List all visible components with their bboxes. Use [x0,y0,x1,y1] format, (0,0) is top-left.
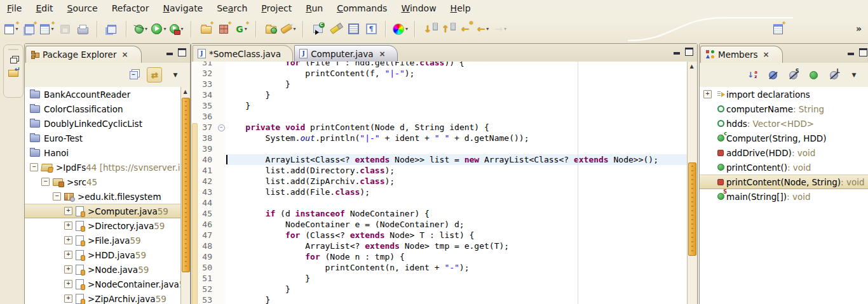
dropdown-arrow-icon[interactable]: ▾ [405,26,408,32]
expander-icon[interactable]: + [64,251,72,259]
code-line[interactable]: list.add(Directory.class); [226,165,688,176]
next-annotation-icon[interactable]: ↓▾ [422,20,437,38]
code-line[interactable]: if (d instanceof NodeContainer) { [226,208,688,219]
new-package-icon[interactable]: ✦ [216,20,231,38]
package-explorer-tab[interactable]: Package Explorer × [25,46,142,63]
code-line[interactable] [226,111,688,122]
annotation-ruler[interactable] [191,62,198,304]
scroll-up-icon[interactable]: ▲ [688,62,696,71]
tree-item-hdd-java[interactable]: +> HDD.java 59 [25,248,180,262]
dropdown-arrow-icon[interactable]: ▾ [51,26,53,32]
color-wheel-icon[interactable]: ▾ [393,20,408,38]
code-line[interactable] [226,197,688,208]
show-selected-element-icon[interactable] [346,20,361,38]
member-adddrive-hdd-[interactable]: addDrive(HDD) : void [700,145,868,160]
maximize-icon[interactable] [685,48,693,56]
code-line[interactable]: } [226,273,688,284]
code-line[interactable]: ArrayList<? extends Node> tmp = e.get(T)… [226,241,688,251]
code-line[interactable]: list.add(File.class); [226,187,688,197]
run-last-tool-icon[interactable] [310,20,325,38]
menu-window[interactable]: Window [394,2,443,15]
expander-icon[interactable]: − [30,163,38,171]
code-line[interactable]: ArrayList<Class<? extends Node>> list = … [226,154,688,165]
code-line[interactable]: for (File f : hdd.get(File.class)) { [226,62,688,68]
menu-navigate[interactable]: Navigate [156,2,210,15]
member-printcontent-[interactable]: printContent() : void [700,160,868,175]
view-menu-icon[interactable]: ▼ [168,68,182,82]
menu-project[interactable]: Project [254,2,299,15]
link-with-editor-icon[interactable]: ⇄ [147,67,162,83]
expander-icon[interactable]: + [64,207,72,215]
tree-item-ziparchiv-java[interactable]: +> ZipArchiv.java 59 [25,291,180,304]
code-line[interactable]: list.add(ZipArchiv.class); [226,176,688,187]
restore-view-icon[interactable] [10,58,17,63]
mark-occurrences-icon[interactable] [328,20,343,38]
code-line[interactable]: } [226,79,688,89]
save-icon[interactable] [57,20,72,38]
code-line[interactable]: for (Class<? extends Node> T : list) { [226,230,688,241]
expander-icon[interactable]: + [64,280,72,288]
new-wizard-icon[interactable]: ✦▾ [4,20,19,38]
tree-item-bankaccountreader[interactable]: BankAccountReader [25,87,180,102]
line-number-ruler[interactable]: 3132333435363738394041424344454647484950… [198,62,217,304]
dropdown-arrow-icon[interactable]: ▾ [486,26,489,32]
run-icon[interactable]: ▾ [151,20,166,38]
tree-item-file-java[interactable]: +> File.java 59 [25,233,180,248]
tree-item-colorclassification[interactable]: ColorClassification [25,102,180,116]
package-explorer-scrollbar[interactable]: ▲ [180,87,190,304]
open-type-icon[interactable] [263,20,278,38]
editor-tab-computer-java[interactable]: JComputer.java× [294,45,398,62]
open-fastview-folder-icon[interactable] [8,70,18,77]
hide-static-icon[interactable]: S [786,68,800,82]
view-menu-icon[interactable]: ▼ [847,68,861,82]
new-java-project-icon[interactable]: ✦ [22,20,37,38]
new-menu-icon[interactable]: ✦▾ [39,20,55,38]
scrollbar-thumb[interactable] [182,98,190,272]
tree-item-computer-java[interactable]: +> Computer.java 59 [25,204,180,218]
code-line[interactable] [226,143,688,154]
dropdown-arrow-icon[interactable]: ▾ [180,26,183,32]
editor-content[interactable]: 3132333435363738394041424344454647484950… [191,62,688,304]
forward-icon[interactable]: →▾ [493,20,508,38]
sort-icon[interactable]: ↓az [745,68,759,82]
dropdown-arrow-icon[interactable]: ▾ [15,26,18,32]
member-import-declarations[interactable]: +import declarations [700,87,868,102]
code-area[interactable]: for (File f : hdd.get(File.class)) { pri… [226,62,688,304]
expander-icon[interactable]: + [64,265,72,274]
tree-item-edu-kit-filesystem[interactable]: −> edu.kit.filesystem [25,189,180,204]
code-line[interactable]: for (Node n : tmp) { [226,251,688,262]
members-tab[interactable]: Members × [700,46,783,63]
expander-icon[interactable]: + [64,236,72,244]
expander-icon[interactable]: − [53,192,61,201]
editor-tab--someclass-java[interactable]: J*SomeClass.java [193,45,293,62]
hide-fields-icon[interactable] [766,68,780,82]
code-line[interactable]: } [226,284,688,294]
dropdown-arrow-icon[interactable]: ▾ [163,26,166,32]
show-public-icon[interactable] [806,68,820,82]
code-line[interactable]: } [226,89,688,100]
minimize-icon[interactable] [848,53,854,55]
maximize-icon[interactable] [178,48,186,56]
expander-icon[interactable]: + [64,294,72,303]
editor-scrollbar[interactable]: ▲ [687,62,697,304]
code-line[interactable]: System.out.println("|-" + ident + " " + … [226,133,688,143]
checkout-icon[interactable]: ✦ [198,20,214,38]
close-icon[interactable]: × [763,50,770,59]
close-icon[interactable]: × [379,50,386,58]
collapse-fold-icon[interactable]: − [218,124,225,131]
member-computername[interactable]: computerName : String [700,102,868,116]
synchronize-icon[interactable]: G✦▾ [234,20,249,38]
print-icon[interactable] [75,20,90,38]
close-icon[interactable]: × [121,50,128,59]
tree-item-doublylinkedcycliclist[interactable]: DoublyLinkedCyclicList [25,116,180,131]
new-window-icon[interactable] [104,20,119,38]
tree-item-nodecontainer-java[interactable]: +> NodeContainer.java 59 [25,277,180,291]
code-line[interactable]: NodeContainer e = (NodeContainer) d; [226,219,688,230]
menu-edit[interactable]: Edit [29,2,60,15]
debug-icon[interactable]: ▾ [133,20,149,38]
code-line[interactable]: } [226,294,688,304]
toolbar-overflow-chevron[interactable]: » [856,23,860,34]
tree-item-hanoi[interactable]: Hanoi [25,145,180,160]
member-main-string-[interactable]: Smain(String[]) : void [700,189,868,204]
code-line[interactable]: } [226,100,688,111]
